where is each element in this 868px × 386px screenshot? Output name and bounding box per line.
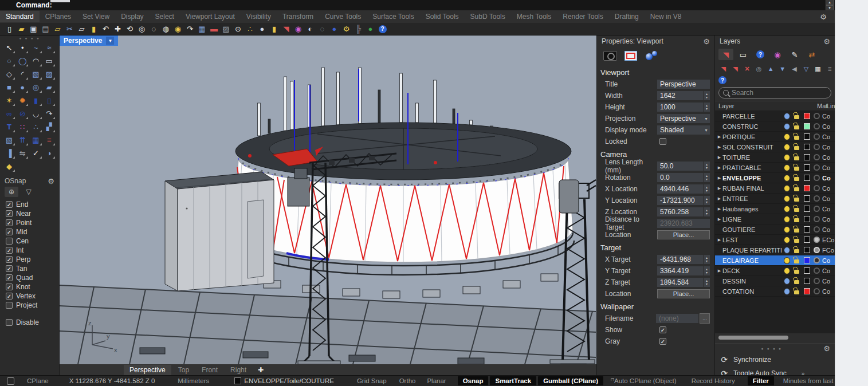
rotate-camera-icon[interactable]: ↷ [184,23,196,35]
material-icon[interactable] [814,164,820,171]
osnap-gear-icon[interactable]: ⚙ [48,177,54,186]
osnap-project[interactable]: Project [6,301,59,310]
browse-button[interactable]: ... [700,313,710,324]
tool-trim[interactable]: ▮ [30,94,42,107]
command-bar[interactable]: Command: ▴▾ [0,0,835,11]
unlock-icon[interactable] [794,218,799,222]
osnap-filter-tab[interactable]: ▽ [22,187,36,197]
tool-cage-edit[interactable]: ▰ [43,81,56,94]
gray-checkbox[interactable]: ✓ [659,338,666,345]
tool-arc[interactable]: ◠ [30,54,42,68]
color-wheel-icon[interactable]: ◉ [292,23,304,35]
visibility-bulb-icon[interactable] [784,267,790,274]
save-file-icon[interactable]: ▣ [28,23,40,35]
spinner[interactable]: ▴▾ [703,184,710,194]
layer-row[interactable]: CONSTRUCCo [715,121,835,132]
layer-color-swatch[interactable] [804,247,810,253]
menu-tab-mesh-tools[interactable]: Mesh Tools [511,11,557,22]
sync-gear-icon[interactable]: ⚙ [823,344,830,353]
car-icon[interactable]: ▬ [208,23,220,35]
projection-dropdown[interactable]: Perspective▾ [657,114,710,123]
visibility-bulb-icon[interactable] [784,237,790,243]
unlock-icon[interactable] [794,115,799,119]
x-target-field[interactable]: -6431.968▴▾ [657,255,710,264]
layer-color-swatch[interactable] [804,133,810,140]
layer-color-swatch[interactable] [804,206,810,212]
status-grid-snap[interactable]: Grid Snap [357,377,387,384]
spinner[interactable]: ▴▾ [703,103,710,112]
layer-color-swatch[interactable] [804,154,810,160]
layer-color-swatch[interactable] [804,226,810,233]
viewport-tab-icon[interactable] [623,49,638,62]
visibility-bulb-icon[interactable] [784,185,790,192]
visibility-bulb-icon[interactable] [784,123,790,130]
move-up-icon[interactable]: ▲ [765,64,776,74]
material-icon[interactable] [814,123,820,129]
tab-options-gear-icon[interactable]: ⚙ [820,13,827,21]
expand-icon[interactable]: ▶ [716,145,722,149]
tool-curve-cp[interactable]: ~ [30,41,42,54]
osnap-cen[interactable]: Cen [6,237,59,246]
tool-boolean-union[interactable]: ∞ [3,107,15,120]
menu-tab-select[interactable]: Select [150,11,180,22]
shaded-sphere-icon[interactable]: ◐ [304,23,316,35]
tool-surface-points[interactable]: ▧ [30,68,42,81]
rotate-view-icon[interactable]: ⟲ [124,23,136,35]
tool-sweep[interactable]: ◆ [3,160,15,173]
z-target-field[interactable]: 1894.584▴▾ [657,278,710,287]
tool-array-rect[interactable]: ▦ [30,133,42,147]
move-down-icon[interactable]: ▼ [777,64,788,74]
tool-distribute[interactable]: ≡ [43,133,56,147]
unlock-icon[interactable] [794,146,799,150]
layer-color-swatch[interactable] [804,288,810,294]
zoom-icon[interactable]: ◎ [136,23,148,35]
tool-control-points[interactable]: ▞ [43,120,56,133]
layer-column-header[interactable]: Layer Mat Lin [715,101,835,111]
y-location-field[interactable]: -17321.900▴▾ [657,196,710,205]
rendering-tab-icon[interactable]: ◉ [770,49,785,60]
tool-torus[interactable]: ◎ [30,81,42,94]
unlock-icon[interactable] [794,156,799,160]
checkbox[interactable]: ✓ [6,265,13,272]
spinner[interactable]: ▴▾ [703,173,710,182]
layer-row[interactable]: ▶PRATICABLECo [715,163,835,173]
grid-view-icon[interactable]: ▦ [813,64,823,74]
material-icon[interactable] [814,206,820,212]
unlock-icon[interactable] [794,239,799,243]
scene-3d[interactable]: z y x [60,36,596,364]
rotation-field[interactable]: 0.0▴▾ [657,173,710,182]
visibility-bulb-icon[interactable] [784,247,790,254]
layer-color-swatch[interactable] [804,195,810,202]
unlock-icon[interactable] [794,280,799,284]
checkbox[interactable]: ✓ [6,293,13,300]
osnap-vertex[interactable]: ✓Vertex [6,292,59,301]
tool-ellipse[interactable]: ◯ [16,54,29,68]
menu-tab-subd-tools[interactable]: SubD Tools [465,11,511,22]
panel-drag-handle[interactable]: ● ● ● ● [720,346,823,350]
menu-tab-transform[interactable]: Transform [277,11,319,22]
menu-tab-drafting[interactable]: Drafting [609,11,645,22]
tool-mirror[interactable]: ⇋ [16,147,29,160]
zoom-window-icon[interactable]: ◍ [160,23,172,35]
tool-polygon[interactable]: ◇ [3,68,15,81]
status-coordinates[interactable]: X 11228.676 Y -4841.582 Z 0 [69,377,155,384]
unlock-icon[interactable] [794,208,799,212]
unlock-icon[interactable] [794,249,799,253]
tool-curve-fillet[interactable]: ◜ [16,68,29,81]
menu-tab-display[interactable]: Display [115,11,149,22]
tool-circle[interactable]: ○ [3,54,15,68]
status-current-layer[interactable]: ENVELOPPE/Toile/COUTURE [234,377,334,384]
menu-tab-curve-tools[interactable]: Curve Tools [319,11,367,22]
menu-tab-set-view[interactable]: Set View [77,11,115,22]
checkbox[interactable]: ✓ [6,201,13,208]
material-icon[interactable] [814,154,820,160]
viewport-perspective[interactable]: Perspective ▼ [60,36,596,364]
width-field[interactable]: 1642▴▾ [657,91,710,100]
layer-color-swatch[interactable] [804,185,810,191]
tool-select[interactable]: ↖ [3,41,15,54]
status-filter[interactable]: Filter [748,376,774,385]
tool-blend-curve[interactable]: ◡ [30,107,42,120]
layer-row[interactable]: ▶PORTIQUECo [715,132,835,142]
layer-row[interactable]: ▶ENTREECo [715,194,835,204]
status-planar[interactable]: Planar [427,377,446,384]
